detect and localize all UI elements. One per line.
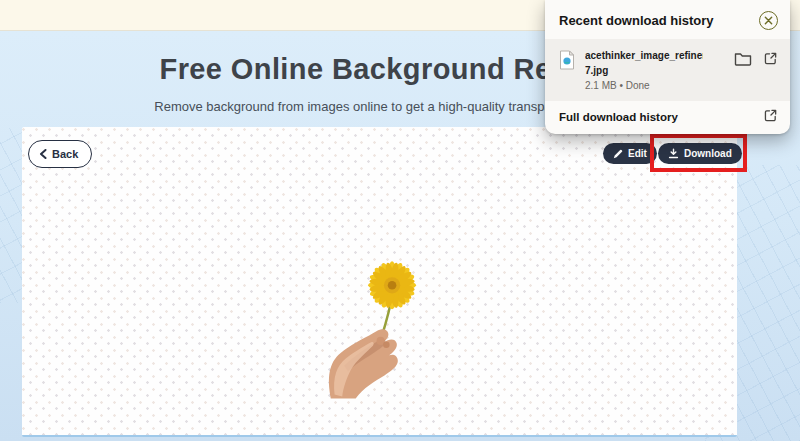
back-button-label: Back (52, 148, 78, 160)
hand-flower-image (325, 254, 440, 399)
download-file-text: acethinker_image_refiner_176 7.jpg 2.1 M… (585, 48, 703, 91)
edit-button[interactable]: Edit (603, 143, 657, 164)
open-history-icon[interactable] (763, 108, 778, 126)
download-item-actions (734, 51, 778, 69)
download-history-popup: Recent download history acethinker_image… (545, 0, 790, 134)
download-file-name-line2: 7.jpg (585, 63, 703, 78)
popup-footer: Full download history (545, 101, 790, 134)
download-button[interactable]: Download (658, 143, 742, 164)
edit-button-label: Edit (628, 148, 647, 159)
popup-header: Recent download history (545, 0, 790, 39)
download-icon (668, 148, 679, 159)
download-file-meta: 2.1 MB • Done (585, 80, 703, 91)
pencil-icon (613, 149, 623, 159)
download-button-label: Download (684, 148, 732, 159)
open-file-icon[interactable] (763, 51, 778, 69)
full-download-history-link[interactable]: Full download history (559, 111, 678, 123)
close-icon[interactable] (759, 11, 778, 30)
folder-icon[interactable] (734, 51, 752, 69)
download-file-name-line1: acethinker_image_refiner_176 (585, 48, 703, 63)
page: Free Online Background Remover Remove ba… (0, 0, 800, 441)
popup-title: Recent download history (559, 13, 714, 28)
chevron-left-icon (39, 149, 47, 159)
download-item-row[interactable]: acethinker_image_refiner_176 7.jpg 2.1 M… (545, 39, 790, 101)
back-button[interactable]: Back (28, 140, 92, 168)
image-file-icon (559, 50, 575, 74)
